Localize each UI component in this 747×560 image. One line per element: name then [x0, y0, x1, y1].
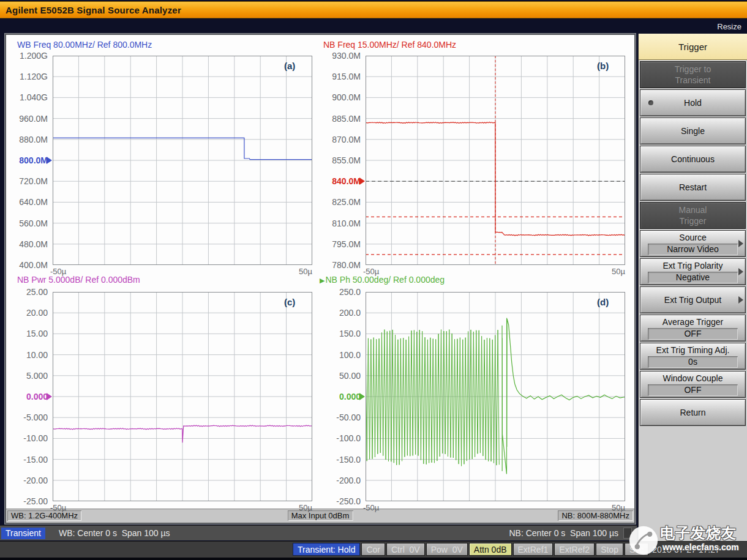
wb-range-label: WB: 1.2G-400MHz	[7, 510, 81, 521]
chart-c-ytick: 20.00	[5, 308, 48, 318]
status-item-ctrl-0v: Ctrl 0V	[386, 543, 425, 556]
chart-c-ytick: 5.000	[5, 371, 48, 381]
chart-title-text: WB Freq 80.00MHz/ Ref 800.0MHz	[17, 40, 152, 50]
sidebar-button-source[interactable]: SourceNarrow Video	[640, 230, 746, 257]
chart-d-title: ▶NB Ph 50.00deg/ Ref 0.000deg	[320, 275, 445, 285]
button-label-line: Trigger	[680, 215, 707, 226]
chart-a-ytick: 1.120G	[5, 72, 48, 81]
chart-d-xtick-max: 50µ	[598, 503, 625, 512]
status-item-cor: Cor	[361, 543, 385, 556]
chart-c-ytick: -10.00	[5, 433, 48, 443]
chart-d-ytick: -150.0	[318, 455, 361, 465]
button-label: Continuous	[671, 154, 715, 165]
bottom-edge	[0, 558, 747, 560]
status-item-transient-hold: Transient: Hold	[293, 543, 360, 556]
chart-d-ytick: 250.0	[318, 287, 361, 297]
button-label: Ext Trig Timing Adj.	[656, 345, 730, 356]
chart-b-ytick: 855.0M	[318, 155, 361, 165]
selected-bullet-icon	[648, 100, 653, 105]
chart-d-ytick: 150.0	[318, 329, 361, 338]
softkey-menu: Trigger Trigger toTransientHoldSingleCon…	[638, 34, 747, 541]
resize-button[interactable]: Resize	[715, 21, 744, 32]
button-label-line: Manual	[679, 204, 707, 215]
status-item-attn-0db: Attn 0dB	[469, 543, 512, 556]
button-label-line: Trigger to	[675, 64, 711, 75]
chart-c-ytick: 10.00	[5, 350, 48, 360]
chart-d-xtick-min: -50µ	[363, 503, 379, 512]
chart-a-ytick: 880.0M	[5, 135, 48, 144]
sidebar-button-continuous[interactable]: Continuous	[640, 146, 746, 173]
button-label-line: Transient	[675, 75, 711, 86]
window-title-bar: Agilent E5052B Signal Source Analyzer	[0, 1, 747, 18]
button-label: Single	[681, 125, 705, 136]
status-item-stop: Stop	[596, 543, 623, 556]
chart-c-corner-label: (c)	[284, 297, 295, 307]
chart-b-ytick: 870.0M	[318, 135, 361, 144]
button-value: 0s	[648, 356, 738, 368]
chart-a-ytick: 720.0M	[5, 176, 48, 186]
sidebar-button-average-trigger[interactable]: Average TriggerOFF	[640, 315, 746, 342]
nb-span-text: NB: Center 0 s Span 100 µs	[509, 528, 619, 538]
sidebar-button-ext-trig-timing-adj[interactable]: Ext Trig Timing Adj.0s	[640, 343, 746, 370]
chart-c-ytick: -20.00	[5, 476, 48, 485]
sidebar-button-manual-trigger: ManualTrigger	[640, 202, 746, 229]
chart-b-ytick: 930.0M	[318, 51, 361, 61]
button-label: Average Trigger	[663, 316, 723, 327]
status-item-svc: Svc	[625, 543, 648, 556]
chart-a-ytick: 960.0M	[5, 114, 48, 124]
status-item-extref2: ExtRef2	[554, 543, 595, 556]
chart-c-title: NB Pwr 5.000dB/ Ref 0.000dBm	[17, 275, 140, 285]
sidebar-button-window-couple[interactable]: Window CoupleOFF	[640, 371, 746, 398]
chart-a-title: WB Freq 80.00MHz/ Ref 800.0MHz	[17, 40, 152, 50]
sidebar-button-restart[interactable]: Restart	[640, 174, 746, 201]
chart-a-ytick: 560.0M	[5, 218, 48, 228]
instrument-status-bar: Transient: HoldCorCtrl 0VPow 0VAttn 0dBE…	[0, 541, 747, 558]
status-item-pow-0v: Pow 0V	[426, 543, 468, 556]
sidebar-button-trigger-to-transient: Trigger toTransient	[640, 61, 746, 88]
chart-b-ytick-ref: 840.0M	[318, 176, 361, 186]
chart-d-ytick-ref: 0.000	[318, 392, 361, 401]
submenu-arrow-icon	[738, 240, 743, 247]
button-label: Ext Trig Output	[664, 294, 721, 305]
sidebar-button-ext-trig-polarity[interactable]: Ext Trig PolarityNegative	[640, 258, 746, 285]
sidebar-button-single[interactable]: Single	[640, 118, 746, 144]
sidebar-button-ext-trig-output[interactable]: Ext Trig Output	[640, 286, 746, 313]
status-datetime: 2016-07-27 17:27	[652, 543, 720, 557]
chart-b-ytick: 780.0M	[318, 260, 361, 270]
submenu-arrow-icon	[738, 296, 743, 304]
sidebar-button-return[interactable]: Return	[640, 399, 746, 426]
transient-span-bar: Transient WB: Center 0 s Span 100 µs NB:…	[0, 525, 637, 540]
button-label: Window Couple	[663, 373, 723, 384]
chart-d-ytick: -200.0	[318, 476, 361, 485]
chart-b-ytick: 900.0M	[318, 92, 361, 102]
sidebar-button-hold[interactable]: Hold	[640, 89, 746, 116]
chart-d-ytick: 100.0	[318, 350, 361, 360]
chart-b-title: NB Freq 15.00MHz/ Ref 840.0MHz	[323, 40, 456, 50]
chart-b-ytick: 885.0M	[318, 114, 361, 124]
trace-marker-icon: ▶	[320, 277, 325, 284]
chart-window: WB: 1.2G-400MHz Max Input 0dBm NB: 800M-…	[5, 34, 636, 524]
chart-a-ytick: 400.0M	[5, 260, 48, 270]
chart-title-text: NB Ph 50.00deg/ Ref 0.000deg	[325, 275, 445, 285]
chart-a-ytick: 1.040G	[5, 92, 48, 102]
reference-level-marker-icon	[359, 393, 365, 400]
window-title: Agilent E5052B Signal Source Analyzer	[6, 5, 181, 15]
chart-title-text: NB Freq 15.00MHz/ Ref 840.0MHz	[323, 40, 456, 50]
span-bar-end-box	[623, 528, 632, 539]
chart-c-plot	[53, 292, 312, 501]
chart-d-ytick: -100.0	[318, 433, 361, 443]
chart-c-ytick: 15.00	[5, 329, 48, 338]
chart-c-ytick: -5.000	[5, 413, 48, 422]
chart-a-ytick-ref: 800.0M	[5, 155, 48, 165]
button-label: Source	[679, 232, 706, 243]
button-value: OFF	[648, 328, 738, 340]
reference-level-marker-icon	[47, 157, 52, 164]
wb-span-text: WB: Center 0 s Span 100 µs	[59, 528, 170, 538]
button-value: OFF	[648, 384, 738, 396]
chart-c-ytick: -15.00	[5, 455, 48, 465]
chart-d-ytick: -50.00	[318, 413, 361, 422]
chart-b-corner-label: (b)	[597, 61, 609, 71]
transient-mode-badge: Transient	[1, 528, 45, 539]
menu-header-trigger: Trigger	[639, 34, 747, 60]
chart-a-xtick-max: 50µ	[285, 267, 312, 276]
